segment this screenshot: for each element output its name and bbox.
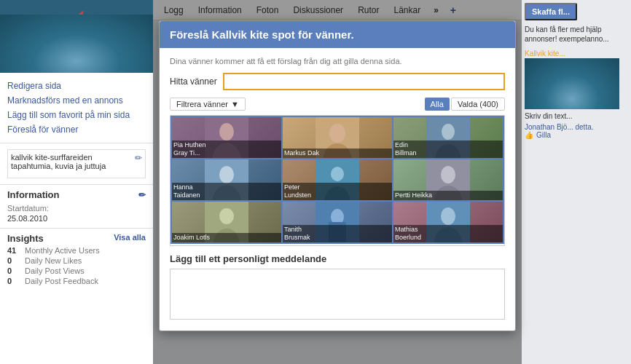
cover-photo-image — [0, 0, 153, 73]
friend-name-9: MathiasBoerlund — [393, 225, 503, 242]
modal-header: Föreslå Kallvik kite spot för vänner. — [160, 21, 515, 48]
friend-item-3[interactable]: EdinBillman — [393, 117, 503, 158]
insights-text-3: Daily Post Views — [25, 266, 85, 275]
svg-point-28 — [441, 207, 455, 225]
like-row: 👍 Gilla — [525, 131, 628, 139]
friend-name-8: TanithBrusmak — [283, 225, 392, 242]
sidebar-link-marknadsfor[interactable]: Marknadsförs med en annons — [7, 93, 146, 108]
svg-line-9 — [63, 16, 82, 43]
filter-friends-label: Filtrera vänner — [176, 100, 228, 108]
left-sidebar: Redigera sida Marknadsförs med en annons… — [0, 0, 153, 364]
insights-number-1: 41 — [7, 246, 22, 255]
promo-button[interactable]: Skaffa fl... — [525, 3, 577, 20]
find-friends-row: Hitta vänner — [170, 73, 505, 90]
selected-button[interactable]: Valda (400) — [451, 98, 505, 111]
svg-point-30 — [525, 80, 619, 109]
sidebar-link-redigera[interactable]: Redigera sida — [7, 79, 146, 93]
info-title: Information — [7, 189, 60, 200]
info-edit-icon[interactable]: ✏ — [138, 190, 146, 200]
svg-line-4 — [57, 44, 58, 51]
find-friends-label: Hitta vänner — [170, 76, 217, 87]
sidebar-links: Redigera sida Marknadsförs med en annons… — [0, 73, 153, 143]
right-sidebar: Skaffa fl... Du kan få fler med hjälp an… — [522, 0, 631, 364]
modal-title: Föreslå Kallvik kite spot för vänner. — [170, 28, 505, 41]
friend-item-9[interactable]: MathiasBoerlund — [393, 202, 503, 242]
all-button[interactable]: Alla — [425, 98, 450, 111]
cover-photo — [0, 0, 153, 73]
insights-text-2: Daily New Likes — [25, 256, 82, 265]
insights-number-2: 0 — [7, 256, 22, 265]
personal-message-label: Lägg till ett personligt meddelande — [170, 253, 505, 264]
modal-subtitle: Dina vänner kommer att få ett förslag fr… — [170, 57, 505, 66]
promo-author[interactable]: Jonathan Bjö... detta. — [525, 123, 628, 131]
sidebar-link-foresla[interactable]: Föreslå för vänner — [7, 122, 146, 137]
insights-text-1: Monthly Active Users — [25, 246, 100, 255]
insights-title: Insights — [7, 233, 44, 244]
svg-rect-31 — [525, 87, 619, 109]
friend-name-7: Joakim Lotls — [172, 233, 281, 242]
promo-caption: Skriv din text... — [525, 112, 628, 120]
info-section: Information ✏ Startdatum: 25.08.2010 — [0, 184, 153, 228]
svg-point-23 — [219, 208, 234, 224]
start-value: 25.08.2010 — [7, 214, 47, 223]
svg-point-3 — [55, 36, 62, 44]
insights-row-1: 41 Monthly Active Users — [7, 245, 146, 256]
friend-name-5: PeterLundsten — [283, 183, 392, 200]
svg-point-1 — [0, 40, 153, 73]
insights-text-4: Daily Post Feedback — [25, 277, 98, 285]
suggest-modal: Föreslå Kallvik kite spot för vänner. Di… — [159, 20, 516, 331]
friend-name-3: EdinBillman — [393, 141, 503, 158]
insights-row-4: 0 Daily Post Feedback — [7, 276, 146, 286]
personal-message-section: Lägg till ett personligt meddelande — [170, 253, 505, 322]
like-text[interactable]: Gilla — [536, 131, 551, 139]
friends-grid-container[interactable]: Pia HuthenGray Ti... — [170, 115, 505, 246]
friend-item-6[interactable]: Pertti Heikka — [393, 159, 503, 200]
thumbs-up-icon: 👍 — [525, 131, 533, 139]
svg-rect-29 — [525, 58, 619, 109]
start-label: Startdatum: — [7, 204, 49, 213]
friend-item-1[interactable]: Pia HuthenGray Ti... — [172, 117, 281, 158]
svg-rect-2 — [0, 44, 153, 73]
sidebar-link-favorit[interactable]: Lägg till som favorit på min sida — [7, 108, 146, 122]
personal-message-textarea[interactable] — [170, 269, 505, 320]
find-friends-input[interactable] — [223, 73, 505, 90]
friend-item-5[interactable]: PeterLundsten — [283, 159, 392, 200]
insights-number-4: 0 — [7, 277, 22, 285]
modal-overlay[interactable]: Föreslå Kallvik kite spot för vänner. Di… — [153, 0, 522, 364]
filter-friends-button[interactable]: Filtrera vänner ▼ — [170, 98, 246, 111]
visa-alla-link[interactable]: Visa alla — [114, 233, 146, 244]
promo-link[interactable]: Kallvik kite... — [525, 50, 565, 58]
friend-name-6: Pertti Heikka — [393, 191, 503, 200]
svg-point-11 — [219, 123, 234, 141]
svg-point-19 — [331, 167, 344, 181]
friend-name-1: Pia HuthenGray Ti... — [172, 141, 281, 158]
svg-point-21 — [441, 166, 455, 183]
svg-point-15 — [442, 124, 455, 140]
friend-name-4: HannaTaidanen — [172, 183, 281, 200]
insights-section: Insights Visa alla 41 Monthly Active Use… — [0, 228, 153, 290]
friend-item-7[interactable]: Joakim Lotls — [172, 202, 281, 242]
filter-bar: Filtrera vänner ▼ Alla Valda (400) — [170, 98, 505, 111]
select-buttons: Alla Valda (400) — [425, 98, 505, 111]
friend-name-2: Markus Dak — [283, 149, 392, 158]
svg-point-17 — [219, 166, 234, 183]
edit-icon[interactable]: ✏ — [135, 153, 142, 163]
sidebar-bio[interactable]: kallvik kite-surffareiden tapahtumia, ku… — [7, 149, 146, 178]
promo-text: Du kan få fler med hjälp annonser! exemp… — [525, 25, 628, 44]
modal-body: Dina vänner kommer att få ett förslag fr… — [160, 48, 515, 331]
svg-line-8 — [58, 43, 63, 47]
svg-rect-0 — [0, 0, 153, 73]
svg-line-6 — [57, 51, 61, 55]
svg-line-7 — [53, 44, 58, 47]
filter-chevron-icon: ▼ — [231, 100, 239, 108]
friend-item-8[interactable]: TanithBrusmak — [283, 202, 392, 242]
promo-thumbnail — [525, 58, 619, 109]
friend-item-2[interactable]: Markus Dak — [283, 117, 392, 158]
insights-row-3: 0 Daily Post Views — [7, 266, 146, 276]
svg-point-13 — [329, 124, 345, 143]
page-wrapper: Redigera sida Marknadsförs med en annons… — [0, 0, 631, 364]
friends-grid: Pia HuthenGray Ti... — [171, 116, 504, 244]
friend-item-4[interactable]: HannaTaidanen — [172, 159, 281, 200]
svg-line-5 — [52, 51, 57, 55]
promo-thumb-image — [525, 58, 619, 109]
